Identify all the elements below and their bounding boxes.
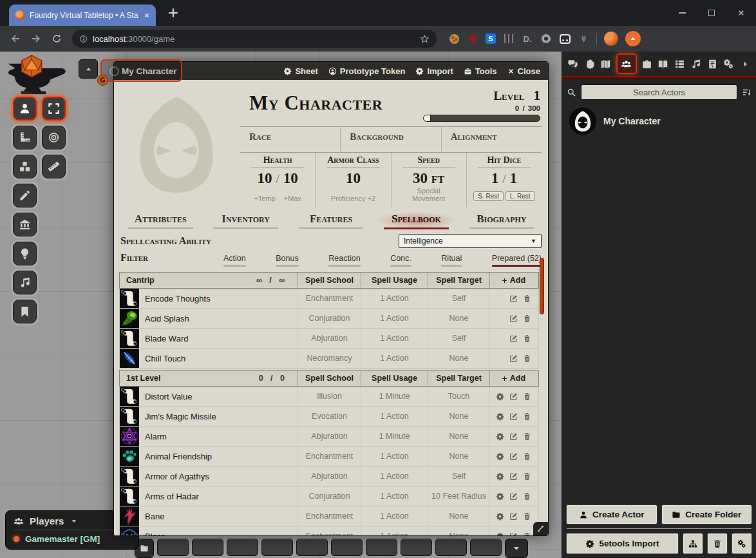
5etools-import-button[interactable]: 5etools Import <box>566 533 679 554</box>
spell-settings-icon[interactable] <box>496 492 504 501</box>
cookie-extension-icon[interactable] <box>448 33 460 44</box>
edit-spell-icon[interactable] <box>509 412 518 421</box>
edit-spell-icon[interactable] <box>509 512 518 521</box>
notes-layer-tool[interactable] <box>13 300 37 323</box>
new-tab-button[interactable] <box>167 7 179 19</box>
grid-extension-icon[interactable] <box>503 33 515 44</box>
tab-close-icon[interactable] <box>144 12 150 19</box>
bookmark-star-icon[interactable] <box>420 34 430 44</box>
edit-spell-icon[interactable] <box>509 432 518 441</box>
spellcasting-ability-select[interactable]: Intelligence▼ <box>399 234 542 248</box>
spell-settings-icon[interactable] <box>496 392 504 401</box>
filter-prepared[interactable]: Prepared (52) <box>492 254 542 267</box>
sidebar-tab-actors[interactable] <box>616 53 637 74</box>
add-spell-button[interactable]: Add <box>489 370 537 386</box>
macro-slot[interactable] <box>470 539 502 556</box>
search-actors-input[interactable] <box>581 84 737 100</box>
macro-slot[interactable] <box>331 539 363 556</box>
create-folder-button[interactable]: Create Folder <box>661 505 753 524</box>
add-spell-button[interactable]: Add <box>489 273 537 288</box>
spell-row[interactable]: Arms of Hadar Conjuration 1 Action 10 Fe… <box>120 486 538 506</box>
folder-tree-button[interactable] <box>683 533 703 554</box>
health-stat[interactable]: Health 10/10 +Temp+Max <box>240 153 316 207</box>
delete-spell-icon[interactable] <box>523 412 531 421</box>
site-info-icon[interactable] <box>79 35 88 43</box>
tab-inventory[interactable]: Inventory <box>203 211 288 229</box>
reload-button[interactable] <box>48 30 66 48</box>
macro-slot[interactable] <box>261 539 293 556</box>
spell-row[interactable]: Bane Enchantment 1 Action None <box>120 506 538 526</box>
tiles-layer-tool[interactable] <box>13 155 37 178</box>
spell-row[interactable]: Distort Value Illusion 1 Minute Touch <box>120 387 538 407</box>
browser-tab[interactable]: Foundry Virtual Tabletop • A Stan <box>9 5 156 26</box>
spell-row[interactable]: Bless Enchantment 1 Action None <box>120 526 538 535</box>
edit-spell-icon[interactable] <box>509 452 518 461</box>
shield-extension-icon[interactable] <box>467 33 478 44</box>
hit-dice-stat[interactable]: Hit Dice 1/1 S. RestL. Rest <box>467 153 542 207</box>
d-extension-icon[interactable]: D. <box>522 33 533 44</box>
token-layer-tool[interactable] <box>13 97 37 120</box>
spell-row[interactable]: Chill Touch Necromancy 1 Action None <box>120 349 538 369</box>
edit-spell-icon[interactable] <box>509 294 518 303</box>
window-minimize-button[interactable] <box>667 0 697 26</box>
background-field[interactable]: Background <box>341 127 441 152</box>
tab-attributes[interactable]: Attributes <box>118 211 203 229</box>
macro-slot[interactable] <box>366 539 397 556</box>
sidebar-tab-scenes[interactable] <box>598 53 614 75</box>
edit-spell-icon[interactable] <box>509 532 518 536</box>
armor-class-stat[interactable]: Armor Class 10 Proficiency +2 <box>316 153 391 207</box>
sidebar-tab-compendium[interactable] <box>704 53 721 75</box>
delete-spell-icon[interactable] <box>523 452 531 461</box>
claw-extension-icon[interactable] <box>578 33 589 44</box>
macro-slot[interactable] <box>401 539 432 556</box>
delete-spell-icon[interactable] <box>523 512 531 521</box>
delete-spell-icon[interactable] <box>523 472 531 481</box>
delete-spell-icon[interactable] <box>523 294 531 303</box>
sidebar-tab-journal[interactable] <box>655 53 672 75</box>
delete-spell-icon[interactable] <box>523 334 531 343</box>
extension-avatar-icon[interactable] <box>604 32 618 46</box>
sidebar-tab-items[interactable] <box>639 53 656 75</box>
delete-spell-icon[interactable] <box>523 314 531 323</box>
spell-row[interactable]: Encode Thoughts Enchantment 1 Action Sel… <box>120 289 538 309</box>
temp-hp-label[interactable]: +Temp <box>254 195 275 202</box>
filter-reaction[interactable]: Reaction <box>328 254 360 267</box>
select-tokens-tool[interactable] <box>42 97 66 120</box>
donut-extension-icon[interactable] <box>540 33 552 44</box>
spell-row[interactable]: Acid Splash Conjuration 1 Action None <box>120 309 538 329</box>
sidebar-tab-settings[interactable] <box>721 53 737 75</box>
edit-spell-icon[interactable] <box>509 472 518 481</box>
box-extension-icon[interactable] <box>559 33 571 44</box>
delete-spell-icon[interactable] <box>523 354 531 363</box>
close-window-button[interactable]: Close <box>507 66 540 76</box>
prototype-token-button[interactable]: Prototype Token <box>328 66 406 76</box>
drawings-layer-tool[interactable] <box>13 184 37 207</box>
tools-button[interactable]: Tools <box>464 66 497 76</box>
tab-features[interactable]: Features <box>288 211 373 229</box>
tab-spellbook[interactable]: Spellbook <box>373 211 458 229</box>
spell-settings-icon[interactable] <box>496 412 504 421</box>
edit-spell-icon[interactable] <box>509 492 518 501</box>
spell-settings-icon[interactable] <box>496 472 504 481</box>
macro-slot[interactable] <box>296 539 328 556</box>
sheet-config-button[interactable]: Sheet <box>283 66 317 76</box>
sidebar-tab-playlists[interactable] <box>688 53 704 75</box>
delete-spell-icon[interactable] <box>523 532 531 536</box>
settings-button[interactable] <box>732 533 752 554</box>
address-bar[interactable]: localhost:30000/game <box>72 30 437 48</box>
character-name[interactable]: My Character <box>249 86 423 122</box>
s-extension-icon[interactable]: S <box>486 34 496 44</box>
filter-ritual[interactable]: Ritual <box>441 254 462 267</box>
delete-spell-icon[interactable] <box>523 492 531 501</box>
long-rest-button[interactable]: L. Rest <box>506 191 535 201</box>
sort-icon[interactable] <box>742 88 751 97</box>
ruler-measure-tool[interactable] <box>42 155 66 178</box>
xp-text[interactable]: 0 / 300 <box>423 104 540 112</box>
edit-spell-icon[interactable] <box>509 334 518 343</box>
lighting-layer-tool[interactable] <box>13 242 37 265</box>
spell-list-scrollbar[interactable] <box>540 258 544 314</box>
sidebar-tab-tables[interactable] <box>672 53 688 75</box>
spell-settings-icon[interactable] <box>496 432 504 441</box>
macro-slot[interactable] <box>435 539 467 556</box>
alignment-field[interactable]: Alignment <box>442 127 542 152</box>
